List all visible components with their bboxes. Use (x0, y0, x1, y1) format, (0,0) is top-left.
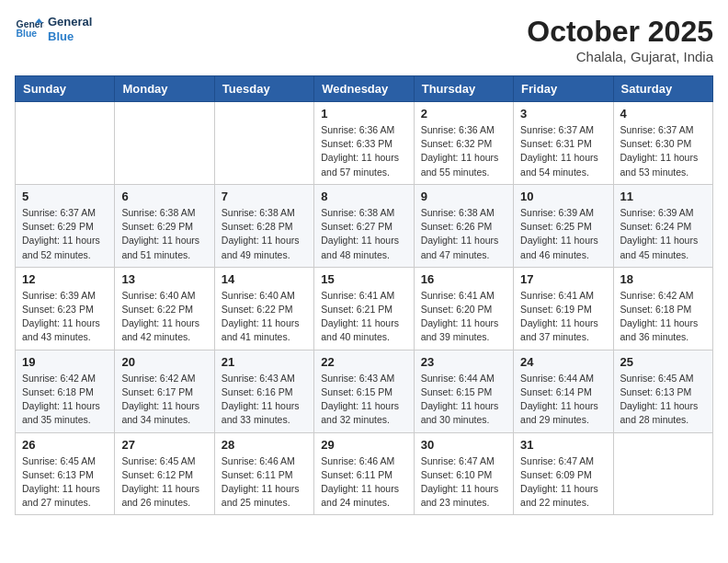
calendar-cell: 5Sunrise: 6:37 AM Sunset: 6:29 PM Daylig… (16, 184, 115, 267)
day-info: Sunrise: 6:44 AM Sunset: 6:14 PM Dayligh… (520, 372, 606, 428)
day-number: 8 (321, 190, 406, 203)
day-info: Sunrise: 6:37 AM Sunset: 6:29 PM Dayligh… (22, 206, 108, 262)
day-number: 16 (421, 272, 506, 286)
day-info: Sunrise: 6:45 AM Sunset: 6:13 PM Dayligh… (620, 372, 706, 428)
calendar-cell: 22Sunrise: 6:43 AM Sunset: 6:15 PM Dayli… (314, 350, 414, 432)
day-number: 18 (620, 272, 706, 286)
location-text: Chalala, Gujarat, India (527, 49, 713, 64)
calendar-cell: 6Sunrise: 6:38 AM Sunset: 6:29 PM Daylig… (115, 184, 214, 267)
day-info: Sunrise: 6:42 AM Sunset: 6:18 PM Dayligh… (620, 289, 706, 345)
calendar-cell (16, 102, 115, 185)
day-info: Sunrise: 6:47 AM Sunset: 6:09 PM Dayligh… (520, 454, 606, 511)
calendar-cell: 25Sunrise: 6:45 AM Sunset: 6:13 PM Dayli… (613, 350, 712, 432)
calendar-cell: 26Sunrise: 6:45 AM Sunset: 6:13 PM Dayli… (16, 432, 115, 515)
title-block: October 2025 Chalala, Gujarat, India (527, 15, 713, 64)
weekday-header-friday: Friday (514, 76, 613, 102)
day-number: 9 (421, 190, 506, 203)
day-info: Sunrise: 6:40 AM Sunset: 6:22 PM Dayligh… (121, 289, 207, 345)
day-number: 27 (121, 438, 207, 452)
calendar-cell: 14Sunrise: 6:40 AM Sunset: 6:22 PM Dayli… (214, 267, 313, 350)
day-info: Sunrise: 6:42 AM Sunset: 6:18 PM Dayligh… (22, 372, 108, 428)
calendar-cell: 19Sunrise: 6:42 AM Sunset: 6:18 PM Dayli… (16, 350, 115, 432)
calendar-cell: 17Sunrise: 6:41 AM Sunset: 6:19 PM Dayli… (514, 267, 613, 350)
calendar-week-4: 19Sunrise: 6:42 AM Sunset: 6:18 PM Dayli… (16, 350, 713, 432)
day-number: 29 (321, 438, 406, 452)
calendar-cell: 21Sunrise: 6:43 AM Sunset: 6:16 PM Dayli… (214, 350, 313, 432)
calendar-cell (613, 432, 712, 515)
calendar-cell: 11Sunrise: 6:39 AM Sunset: 6:24 PM Dayli… (613, 184, 712, 267)
day-info: Sunrise: 6:37 AM Sunset: 6:30 PM Dayligh… (620, 123, 706, 179)
calendar-cell (214, 102, 313, 185)
calendar-week-3: 12Sunrise: 6:39 AM Sunset: 6:23 PM Dayli… (16, 267, 713, 350)
day-info: Sunrise: 6:41 AM Sunset: 6:21 PM Dayligh… (321, 289, 406, 345)
calendar-cell: 20Sunrise: 6:42 AM Sunset: 6:17 PM Dayli… (115, 350, 214, 432)
day-number: 11 (620, 190, 706, 203)
day-number: 13 (121, 272, 207, 286)
day-number: 30 (421, 438, 506, 452)
day-number: 21 (222, 355, 307, 369)
day-info: Sunrise: 6:47 AM Sunset: 6:10 PM Dayligh… (421, 454, 506, 511)
day-number: 6 (121, 190, 207, 203)
day-info: Sunrise: 6:38 AM Sunset: 6:27 PM Dayligh… (321, 206, 406, 262)
calendar-cell: 29Sunrise: 6:46 AM Sunset: 6:11 PM Dayli… (314, 432, 414, 515)
day-info: Sunrise: 6:45 AM Sunset: 6:13 PM Dayligh… (22, 454, 108, 511)
day-number: 10 (520, 190, 606, 203)
calendar-cell: 13Sunrise: 6:40 AM Sunset: 6:22 PM Dayli… (115, 267, 214, 350)
day-number: 15 (321, 272, 406, 286)
day-info: Sunrise: 6:42 AM Sunset: 6:17 PM Dayligh… (121, 372, 207, 428)
calendar-cell: 3Sunrise: 6:37 AM Sunset: 6:31 PM Daylig… (514, 102, 613, 185)
calendar-cell: 23Sunrise: 6:44 AM Sunset: 6:15 PM Dayli… (414, 350, 513, 432)
day-info: Sunrise: 6:38 AM Sunset: 6:29 PM Dayligh… (121, 206, 207, 262)
calendar-cell: 1Sunrise: 6:36 AM Sunset: 6:33 PM Daylig… (314, 102, 414, 185)
calendar-cell: 18Sunrise: 6:42 AM Sunset: 6:18 PM Dayli… (613, 267, 712, 350)
weekday-header-saturday: Saturday (613, 76, 712, 102)
calendar-cell: 15Sunrise: 6:41 AM Sunset: 6:21 PM Dayli… (314, 267, 414, 350)
day-number: 22 (321, 355, 406, 369)
svg-text:Blue: Blue (17, 29, 38, 39)
calendar-cell: 2Sunrise: 6:36 AM Sunset: 6:32 PM Daylig… (414, 102, 513, 185)
page-header: General Blue General Blue October 2025 C… (15, 15, 713, 64)
day-number: 23 (421, 355, 506, 369)
month-title: October 2025 (527, 15, 713, 49)
day-number: 28 (222, 438, 307, 452)
weekday-header-wednesday: Wednesday (314, 76, 414, 102)
day-info: Sunrise: 6:46 AM Sunset: 6:11 PM Dayligh… (321, 454, 406, 511)
logo-icon: General Blue (15, 17, 44, 42)
calendar-cell (115, 102, 214, 185)
calendar-cell: 9Sunrise: 6:38 AM Sunset: 6:26 PM Daylig… (414, 184, 513, 267)
day-info: Sunrise: 6:41 AM Sunset: 6:19 PM Dayligh… (520, 289, 606, 345)
day-number: 19 (22, 355, 108, 369)
calendar-table: SundayMondayTuesdayWednesdayThursdayFrid… (15, 75, 713, 515)
calendar-week-1: 1Sunrise: 6:36 AM Sunset: 6:33 PM Daylig… (16, 102, 713, 185)
day-info: Sunrise: 6:36 AM Sunset: 6:32 PM Dayligh… (421, 123, 506, 179)
weekday-header-monday: Monday (115, 76, 214, 102)
day-number: 4 (620, 107, 706, 121)
logo-text-blue: Blue (48, 29, 92, 44)
calendar-cell: 12Sunrise: 6:39 AM Sunset: 6:23 PM Dayli… (16, 267, 115, 350)
logo: General Blue General Blue (15, 15, 92, 43)
calendar-cell: 4Sunrise: 6:37 AM Sunset: 6:30 PM Daylig… (613, 102, 712, 185)
day-info: Sunrise: 6:39 AM Sunset: 6:24 PM Dayligh… (620, 206, 706, 262)
day-number: 12 (22, 272, 108, 286)
calendar-cell: 7Sunrise: 6:38 AM Sunset: 6:28 PM Daylig… (214, 184, 313, 267)
day-info: Sunrise: 6:39 AM Sunset: 6:23 PM Dayligh… (22, 289, 108, 345)
weekday-header-sunday: Sunday (16, 76, 115, 102)
day-info: Sunrise: 6:46 AM Sunset: 6:11 PM Dayligh… (222, 454, 307, 511)
day-info: Sunrise: 6:38 AM Sunset: 6:28 PM Dayligh… (222, 206, 307, 262)
logo-text-general: General (48, 15, 92, 29)
day-number: 14 (222, 272, 307, 286)
calendar-cell: 28Sunrise: 6:46 AM Sunset: 6:11 PM Dayli… (214, 432, 313, 515)
day-number: 20 (121, 355, 207, 369)
calendar-week-5: 26Sunrise: 6:45 AM Sunset: 6:13 PM Dayli… (16, 432, 713, 515)
day-info: Sunrise: 6:41 AM Sunset: 6:20 PM Dayligh… (421, 289, 506, 345)
day-info: Sunrise: 6:43 AM Sunset: 6:16 PM Dayligh… (222, 372, 307, 428)
day-info: Sunrise: 6:38 AM Sunset: 6:26 PM Dayligh… (421, 206, 506, 262)
day-number: 26 (22, 438, 108, 452)
day-number: 3 (520, 107, 606, 121)
weekday-header-thursday: Thursday (414, 76, 513, 102)
calendar-week-2: 5Sunrise: 6:37 AM Sunset: 6:29 PM Daylig… (16, 184, 713, 267)
day-number: 5 (22, 190, 108, 203)
calendar-cell: 31Sunrise: 6:47 AM Sunset: 6:09 PM Dayli… (514, 432, 613, 515)
day-number: 25 (620, 355, 706, 369)
weekday-header-tuesday: Tuesday (214, 76, 313, 102)
